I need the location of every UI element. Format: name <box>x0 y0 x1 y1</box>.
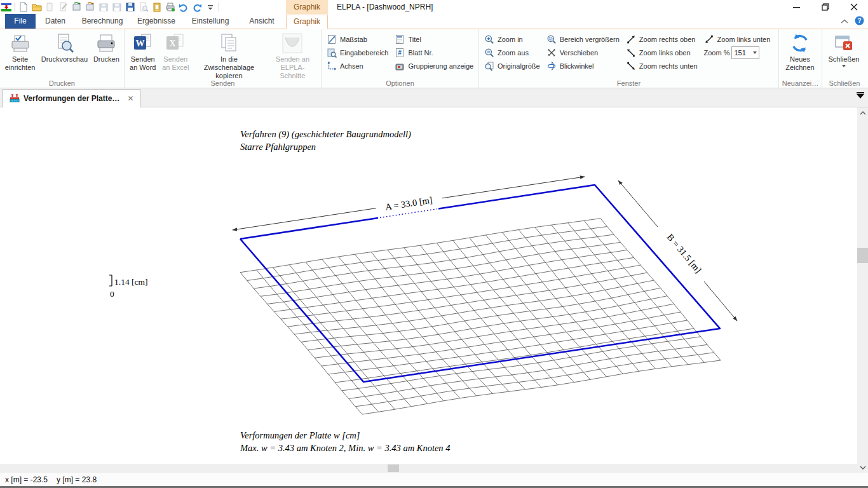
group-neuanzeigen: Neues Zeichnen Neuanzei… <box>779 29 822 88</box>
originalgroesse-button[interactable]: Originalgröße <box>484 60 540 71</box>
tab-list-icon <box>857 92 864 93</box>
window-title: ELPLA - [Dashwood_NPRH] <box>337 0 433 14</box>
new-document-icon[interactable] <box>18 2 29 12</box>
horizontal-scrollbar[interactable] <box>0 464 857 473</box>
dimension-b-label: B = 31.5 [m] <box>665 232 703 275</box>
contextual-tab-group-header: Graphik <box>286 0 328 14</box>
senden-an-word-button[interactable]: W Senden an Word <box>126 30 159 78</box>
document-tab-close-icon[interactable]: ✕ <box>127 94 133 103</box>
senden-an-excel-button[interactable]: X Senden an Excel <box>159 30 193 78</box>
undo-icon[interactable] <box>179 2 189 12</box>
massstab-button[interactable]: Maßstab <box>327 34 388 44</box>
qat-separator <box>219 3 219 11</box>
tab-daten[interactable]: Daten <box>36 14 75 29</box>
vertical-scrollbar[interactable] <box>857 107 868 473</box>
plot-caption-line1: Verformungen der Platte w [cm] <box>240 430 360 440</box>
zoom-links-unten-button[interactable]: Zoom links unten <box>704 34 771 44</box>
plate-drawing-icon <box>10 93 20 104</box>
close-window-icon <box>833 32 855 54</box>
export-3df-icon[interactable] <box>85 2 95 12</box>
paste-icon[interactable] <box>45 2 55 12</box>
print-preview-icon[interactable] <box>139 2 149 12</box>
svg-text:?: ? <box>857 17 861 24</box>
copy-clipboard-icon[interactable] <box>152 2 162 12</box>
schliessen-button[interactable]: Schließen <box>824 30 864 78</box>
save-dxf-icon[interactable] <box>98 2 109 12</box>
gruppierung-anzeige-icon <box>395 61 405 71</box>
customize-qat-icon[interactable] <box>205 2 215 12</box>
tab-graphik[interactable]: Graphik <box>286 15 328 29</box>
dimension-a: A = 33.0 [m] <box>233 177 585 230</box>
zoom-rechts-oben-button[interactable]: Zoom rechts oben <box>626 34 698 44</box>
dimension-b: B = 31.5 [m] <box>618 180 737 321</box>
printer-icon <box>95 32 117 54</box>
blatt-nr-button[interactable]: # Blatt Nr. <box>395 47 473 58</box>
tab-ergebnisse[interactable]: Ergebnisse <box>130 14 183 29</box>
seite-einrichten-button[interactable]: Seite einrichten <box>2 30 38 78</box>
zoom-region-icon <box>546 34 557 44</box>
document-tab[interactable]: Verformungen der Platte… ✕ <box>3 89 140 107</box>
zoom-in-button[interactable]: Zoom in <box>484 34 540 44</box>
scroll-up-icon[interactable] <box>857 107 868 118</box>
group-senden: W Senden an Word X Senden an Excel In di… <box>125 29 322 88</box>
document-tab-strip: Verformungen der Platte… ✕ <box>0 88 868 107</box>
blickwinkel-button[interactable]: Blickwinkel <box>546 60 620 71</box>
titel-button[interactable]: Titel <box>395 34 473 44</box>
tab-ansicht[interactable]: Ansicht <box>238 14 286 29</box>
zoom-links-oben-button[interactable]: Zoom links oben <box>626 47 698 58</box>
group-label-fenster: Fenster <box>479 79 778 87</box>
zwischenablage-kopieren-button[interactable]: In die Zwischenablage kopieren <box>192 30 266 78</box>
tab-file[interactable]: File <box>5 14 36 29</box>
zoom-in-icon <box>484 34 494 44</box>
group-drucken: Seite einrichten Druckvorschau Drucken D… <box>0 29 125 88</box>
group-label-neuanzeigen: Neuanzei… <box>779 79 822 87</box>
collapse-ribbon-icon[interactable] <box>841 17 848 26</box>
eingabebereich-icon <box>327 48 337 58</box>
zoom-percent-control: Zoom % 151 <box>704 47 771 58</box>
zoom-percent-value: 151 <box>734 49 745 57</box>
senden-an-elpla-schnitte-button[interactable]: Senden an ELPLA-Schnitte <box>266 30 319 78</box>
tab-berechnung[interactable]: Berechnung <box>75 14 130 29</box>
save-icon[interactable] <box>125 2 135 12</box>
page-setup-icon <box>10 32 31 54</box>
plot-caption-line2: Max. w = 3.43 am Knoten 2, Min. w = 3.43… <box>240 443 451 453</box>
horizontal-scrollbar-thumb[interactable] <box>388 464 399 472</box>
edit-page-icon[interactable] <box>58 2 69 12</box>
gruppierung-anzeige-button[interactable]: Gruppierung anzeige <box>395 60 473 71</box>
scroll-down-icon[interactable] <box>857 462 868 473</box>
tab-list-dropdown[interactable] <box>857 94 864 98</box>
qat-separator <box>15 3 15 11</box>
zoom-bottom-left-icon <box>704 34 714 44</box>
help-icon[interactable]: ? <box>855 16 864 27</box>
eingabebereich-button[interactable]: Eingabebereich <box>327 47 388 58</box>
vertical-scrollbar-thumb[interactable] <box>857 248 868 263</box>
excel-icon: X <box>165 32 186 54</box>
zoom-rechts-unten-button[interactable]: Zoom rechts unten <box>626 60 698 71</box>
svg-text:#: # <box>398 50 402 57</box>
save-3df-icon[interactable] <box>112 2 122 12</box>
plot-header-line2: Starre Pfahlgruppen <box>240 142 316 152</box>
export-dxf-icon[interactable] <box>72 2 82 12</box>
zoom-percent-combobox[interactable]: 151 <box>731 46 759 59</box>
minimize-button[interactable] <box>782 0 811 14</box>
close-button[interactable] <box>839 0 868 14</box>
zoom-aus-button[interactable]: Zoom aus <box>484 47 540 58</box>
deformation-scale: 1.14 [cm] 0 <box>109 275 147 299</box>
restore-button[interactable] <box>811 0 839 14</box>
bereich-vergroessern-button[interactable]: Bereich vergrößern <box>546 34 620 44</box>
neues-zeichnen-button[interactable]: Neues Zeichnen <box>781 30 819 78</box>
open-file-icon[interactable] <box>32 2 42 12</box>
verschieben-button[interactable]: Verschieben <box>546 47 620 58</box>
scale-value: 1.14 [cm] <box>114 277 147 287</box>
print-icon[interactable] <box>165 2 175 12</box>
plate-outline <box>240 185 720 382</box>
svg-text:W: W <box>135 39 144 48</box>
drucken-button[interactable]: Drucken <box>91 30 122 78</box>
zoom-out-icon <box>484 48 494 58</box>
achsen-button[interactable]: Achsen <box>327 60 388 71</box>
tab-einstellung[interactable]: Einstellung <box>183 14 238 29</box>
group-fenster: Zoom in Zoom aus Originalgröße Bereich v… <box>479 29 779 88</box>
druckvorschau-button[interactable]: Druckvorschau <box>38 30 91 78</box>
redo-icon[interactable] <box>192 2 202 12</box>
chevron-down-icon <box>842 65 846 67</box>
